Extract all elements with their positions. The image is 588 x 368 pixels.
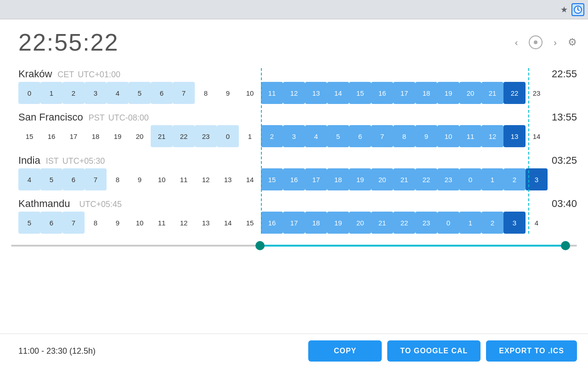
hour-cell[interactable]: 20 (349, 212, 371, 234)
hour-cell[interactable]: 18 (305, 212, 327, 234)
hour-cell[interactable]: 4 (305, 125, 327, 147)
hour-cell[interactable]: 17 (283, 212, 305, 234)
hour-cell[interactable]: 12 (481, 125, 503, 147)
hour-cell[interactable]: 23 (415, 212, 437, 234)
hour-cell[interactable]: 21 (151, 125, 173, 147)
hour-cell[interactable]: 5 (327, 125, 349, 147)
hour-cell[interactable]: 18 (327, 168, 349, 190)
hour-cell[interactable]: 3 (526, 168, 548, 190)
slider-thumb-right[interactable] (561, 241, 570, 250)
export-button[interactable]: EXPORT TO .ICS (486, 340, 577, 362)
hour-cell[interactable]: 2 (261, 125, 283, 147)
hour-cell[interactable]: 19 (327, 212, 349, 234)
hour-cell[interactable]: 5 (40, 168, 62, 190)
hour-cell[interactable]: 14 (327, 82, 349, 104)
hour-cell[interactable]: 3 (503, 212, 526, 234)
center-button[interactable] (529, 35, 543, 49)
hour-cell[interactable]: 9 (415, 125, 437, 147)
hour-cell[interactable]: 7 (371, 125, 393, 147)
hour-cell[interactable]: 2 (481, 212, 503, 234)
hour-cell[interactable]: 23 (195, 125, 217, 147)
hour-cell[interactable]: 14 (217, 212, 239, 234)
prev-button[interactable]: ‹ (511, 35, 522, 50)
hour-cell[interactable]: 19 (349, 168, 371, 190)
hour-cell[interactable]: 13 (217, 168, 239, 190)
hour-cell[interactable]: 20 (371, 168, 393, 190)
hour-cell[interactable]: 10 (239, 82, 261, 104)
hour-cell[interactable]: 16 (40, 125, 62, 147)
hour-cell[interactable]: 1 (40, 82, 62, 104)
hour-cell[interactable]: 8 (85, 212, 107, 234)
hour-cell[interactable]: 21 (393, 168, 415, 190)
hour-cell[interactable]: 17 (62, 125, 85, 147)
hour-cell[interactable]: 12 (195, 168, 217, 190)
hour-cell[interactable]: 13 (195, 212, 217, 234)
hour-cell[interactable]: 5 (129, 82, 151, 104)
hour-cell[interactable]: 16 (261, 212, 283, 234)
hour-cell[interactable]: 9 (217, 82, 239, 104)
copy-button[interactable]: COPY (308, 340, 382, 362)
hour-cell[interactable]: 12 (283, 82, 305, 104)
hour-cell[interactable]: 22 (173, 125, 195, 147)
hour-cell[interactable]: 13 (305, 82, 327, 104)
hour-cell[interactable]: 19 (437, 82, 459, 104)
hour-cell[interactable]: 6 (62, 168, 85, 190)
hour-cell[interactable]: 9 (107, 212, 129, 234)
hour-cell[interactable]: 11 (261, 82, 283, 104)
hour-cell[interactable]: 9 (129, 168, 151, 190)
hour-cell[interactable]: 0 (18, 82, 40, 104)
hour-cell[interactable]: 7 (62, 212, 85, 234)
hour-cell[interactable]: 18 (415, 82, 437, 104)
hour-cell[interactable]: 0 (217, 125, 239, 147)
hour-cell[interactable]: 16 (371, 82, 393, 104)
hour-cell[interactable]: 15 (18, 125, 40, 147)
hour-cell[interactable]: 20 (129, 125, 151, 147)
google-cal-button[interactable]: TO GOOGLE CAL (387, 340, 481, 362)
hour-cell[interactable]: 0 (437, 212, 459, 234)
hour-cell[interactable]: 4 (526, 212, 548, 234)
hour-cell[interactable]: 10 (437, 125, 459, 147)
hour-cell[interactable]: 7 (85, 168, 107, 190)
hour-cell[interactable]: 6 (349, 125, 371, 147)
hour-cell[interactable]: 15 (349, 82, 371, 104)
hour-cell[interactable]: 4 (18, 168, 40, 190)
slider-thumb-left[interactable] (255, 241, 265, 250)
settings-icon[interactable]: ⚙ (568, 36, 577, 48)
extension-clock-icon[interactable] (571, 3, 584, 16)
hour-cell[interactable]: 14 (526, 125, 548, 147)
hour-cell[interactable]: 10 (129, 212, 151, 234)
hour-cell[interactable]: 7 (173, 82, 195, 104)
hour-cell[interactable]: 19 (107, 125, 129, 147)
hour-cell[interactable]: 8 (393, 125, 415, 147)
hour-cell[interactable]: 18 (85, 125, 107, 147)
hour-cell[interactable]: 1 (481, 168, 503, 190)
hour-cell[interactable]: 22 (393, 212, 415, 234)
hour-cell[interactable]: 17 (393, 82, 415, 104)
hour-cell[interactable]: 11 (459, 125, 481, 147)
hour-cell[interactable]: 23 (437, 168, 459, 190)
hour-cell[interactable]: 16 (283, 168, 305, 190)
hour-cell[interactable]: 22 (415, 168, 437, 190)
hour-cell[interactable]: 11 (173, 168, 195, 190)
hour-cell[interactable]: 2 (62, 82, 85, 104)
hour-cell[interactable]: 3 (283, 125, 305, 147)
hour-cell[interactable]: 11 (151, 212, 173, 234)
hour-cell[interactable]: 23 (526, 82, 548, 104)
hour-cell[interactable]: 22 (503, 82, 526, 104)
hour-cell[interactable]: 0 (459, 168, 481, 190)
hour-cell[interactable]: 21 (481, 82, 503, 104)
hour-cell[interactable]: 4 (107, 82, 129, 104)
hour-cell[interactable]: 6 (40, 212, 62, 234)
hour-cell[interactable]: 5 (18, 212, 40, 234)
hour-cell[interactable]: 2 (503, 168, 526, 190)
hour-cell[interactable]: 14 (239, 168, 261, 190)
hour-cell[interactable]: 8 (107, 168, 129, 190)
hour-cell[interactable]: 21 (371, 212, 393, 234)
hour-cell[interactable]: 12 (173, 212, 195, 234)
hour-cell[interactable]: 6 (151, 82, 173, 104)
hour-cell[interactable]: 13 (503, 125, 526, 147)
hour-cell[interactable]: 1 (459, 212, 481, 234)
hour-cell[interactable]: 1 (239, 125, 261, 147)
hour-cell[interactable]: 3 (85, 82, 107, 104)
hour-cell[interactable]: 15 (239, 212, 261, 234)
